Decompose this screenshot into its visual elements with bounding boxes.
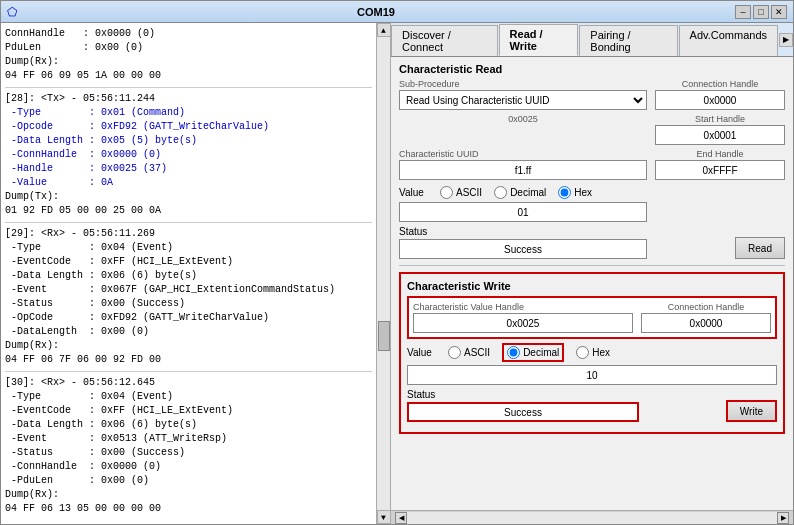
content-area: ConnHandle : 0x0000 (0) PduLen : 0x00 (0…	[1, 23, 793, 524]
write-btn-col: Write	[647, 400, 777, 422]
conn-handle-input[interactable]	[655, 90, 785, 110]
value-label: Value	[399, 187, 434, 198]
write-ascii-radio[interactable]	[448, 346, 461, 359]
log-line: [30]: <Rx> - 05:56:12.645	[5, 376, 372, 390]
log-line: -Value : 0A	[5, 176, 372, 190]
minimize-button[interactable]: –	[735, 5, 751, 19]
write-decimal-radio-label[interactable]: Decimal	[502, 343, 564, 362]
log-line: -Status : 0x00 (Success)	[5, 446, 372, 460]
log-line: -Status : 0x00 (Success)	[5, 297, 372, 311]
value-col: Value ASCII Decimal	[399, 186, 647, 222]
write-char-handle-input[interactable]	[413, 313, 633, 333]
char-read-title: Characteristic Read	[399, 63, 785, 75]
log-line: -PduLen : 0x00 (0)	[5, 474, 372, 488]
write-status-row: Status Write	[407, 389, 777, 422]
start-handle-label: Start Handle	[655, 114, 785, 124]
ascii-radio[interactable]	[440, 186, 453, 199]
write-ascii-radio-label[interactable]: ASCII	[448, 346, 490, 359]
log-line: Dump(Rx):	[5, 488, 372, 502]
log-line: -Data Length : 0x05 (5) byte(s)	[5, 134, 372, 148]
separator	[5, 222, 372, 223]
write-conn-handle-col: Connection Handle	[641, 302, 771, 333]
ascii-radio-label[interactable]: ASCII	[440, 186, 482, 199]
scroll-track[interactable]	[377, 37, 390, 510]
conn-handle-col: Connection Handle	[655, 79, 785, 110]
log-line: 01 92 FD 05 00 00 25 00 0A	[5, 204, 372, 218]
scroll-thumb[interactable]	[378, 321, 390, 351]
scroll-down-arrow[interactable]: ▼	[377, 510, 391, 524]
sub-procedure-label: Sub-Procedure	[399, 79, 647, 89]
sub-procedure-select[interactable]: Read Using Characteristic UUID	[399, 90, 647, 110]
char-value-handle-label: 0x0025	[399, 114, 647, 124]
status-col-read: Status	[399, 226, 647, 259]
log-content: ConnHandle : 0x0000 (0) PduLen : 0x00 (0…	[5, 27, 386, 516]
status-input-read	[399, 239, 647, 259]
end-handle-input[interactable]	[655, 160, 785, 180]
char-uuid-input[interactable]	[399, 160, 647, 180]
log-line: -Event : 0x0513 (ATT_WriteRsp)	[5, 432, 372, 446]
write-button[interactable]: Write	[726, 400, 777, 422]
maximize-button[interactable]: □	[753, 5, 769, 19]
log-line: -Opcode : 0xFD92 (GATT_WriteCharValue)	[5, 120, 372, 134]
log-line: -Handle : 0x0025 (37)	[5, 162, 372, 176]
char-uuid-label: Characteristic UUID	[399, 149, 647, 159]
write-status-label: Status	[407, 389, 639, 400]
value-row: Value ASCII Decimal	[399, 186, 785, 222]
write-decimal-radio[interactable]	[507, 346, 520, 359]
status-row-read: Status Read	[399, 226, 785, 259]
log-line: -Data Length : 0x06 (6) byte(s)	[5, 269, 372, 283]
h-scroll-track[interactable]	[407, 512, 777, 524]
write-value-label: Value	[407, 347, 442, 358]
scroll-up-arrow[interactable]: ▲	[377, 23, 391, 37]
write-hex-radio[interactable]	[576, 346, 589, 359]
left-panel: ConnHandle : 0x0000 (0) PduLen : 0x00 (0…	[1, 23, 391, 524]
decimal-radio-label[interactable]: Decimal	[494, 186, 546, 199]
title-bar: ⬠ COM19 – □ ✕	[1, 1, 793, 23]
log-line: PduLen : 0x00 (0)	[5, 41, 372, 55]
tab-scroll-right[interactable]: ▶	[779, 33, 793, 47]
write-handle-row: Characteristic Value Handle Connection H…	[407, 296, 777, 339]
decimal-radio[interactable]	[494, 186, 507, 199]
log-line: Dump(Rx):	[5, 339, 372, 353]
log-line: -ConnHandle : 0x0000 (0)	[5, 148, 372, 162]
log-section-header: ConnHandle : 0x0000 (0) PduLen : 0x00 (0…	[5, 27, 372, 83]
write-conn-handle-label: Connection Handle	[641, 302, 771, 312]
tab-discover-connect[interactable]: Discover / Connect	[391, 25, 498, 56]
scroll-right-arrow[interactable]: ▶	[777, 512, 789, 524]
write-value-input[interactable]	[407, 365, 777, 385]
close-button[interactable]: ✕	[771, 5, 787, 19]
value-input-read[interactable]	[399, 202, 647, 222]
bluetooth-icon: ⬠	[7, 5, 17, 19]
main-window: ⬠ COM19 – □ ✕ ConnHandle : 0x0000 (0) Pd…	[0, 0, 794, 525]
handle-row: 0x0025 Start Handle	[399, 114, 785, 145]
value-radio-group: ASCII Decimal Hex	[440, 186, 592, 199]
bottom-scrollbar: ◀ ▶	[391, 510, 793, 524]
char-read-section: Characteristic Read Sub-Procedure Read U…	[399, 63, 785, 259]
separator	[5, 371, 372, 372]
tabs-bar: Discover / Connect Read / Write Pairing …	[391, 23, 793, 57]
log-line: -DataLength : 0x00 (0)	[5, 325, 372, 339]
hex-radio-label[interactable]: Hex	[558, 186, 592, 199]
tab-pairing-bonding[interactable]: Pairing / Bonding	[579, 25, 677, 56]
tab-adv-commands[interactable]: Adv.Commands	[679, 25, 778, 56]
left-panel-scrollbar[interactable]: ▲ ▼	[376, 23, 390, 524]
log-line: Dump(Rx):	[5, 55, 372, 69]
scroll-left-arrow[interactable]: ◀	[395, 512, 407, 524]
log-line: 04 FF 06 7F 06 00 92 FD 00	[5, 353, 372, 367]
char-write-title: Characteristic Write	[407, 280, 777, 292]
log-line: ConnHandle : 0x0000 (0)	[5, 27, 372, 41]
write-char-handle-label: Characteristic Value Handle	[413, 302, 633, 312]
hex-radio[interactable]	[558, 186, 571, 199]
write-conn-handle-input[interactable]	[641, 313, 771, 333]
write-value-row: Value ASCII Decimal	[407, 343, 777, 385]
sub-procedure-col: Sub-Procedure Read Using Characteristic …	[399, 79, 647, 110]
write-status-input	[407, 402, 639, 422]
char-uuid-col: Characteristic UUID	[399, 149, 647, 180]
log-line: [28]: <Tx> - 05:56:11.244	[5, 92, 372, 106]
tab-read-write[interactable]: Read / Write	[499, 24, 579, 56]
write-hex-radio-label[interactable]: Hex	[576, 346, 610, 359]
log-line: -Type : 0x04 (Event)	[5, 241, 372, 255]
start-handle-input[interactable]	[655, 125, 785, 145]
write-char-handle-col: Characteristic Value Handle	[413, 302, 633, 333]
read-button[interactable]: Read	[735, 237, 785, 259]
